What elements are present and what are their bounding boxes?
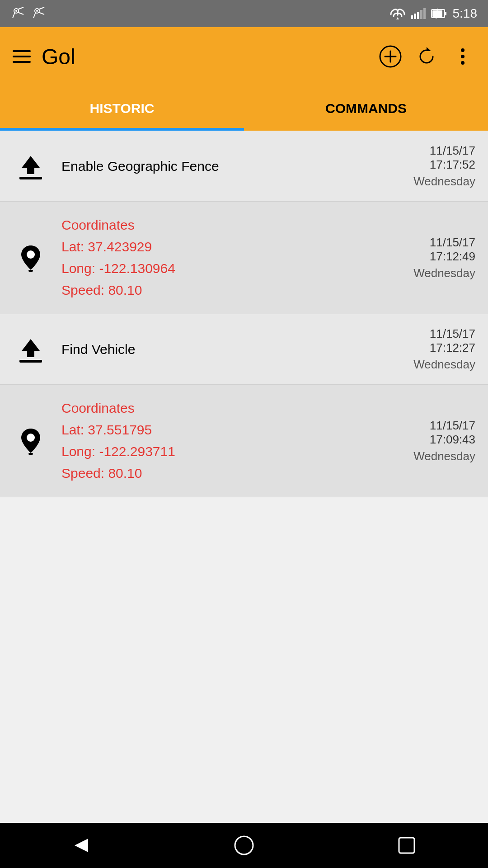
list-item[interactable]: Coordinates Lat: 37.551795 Long: -122.29…	[0, 385, 488, 497]
svg-line-2	[18, 12, 23, 14]
svg-point-23	[27, 250, 35, 259]
satellite-icon-1	[11, 5, 27, 22]
list-item-content: Find Vehicle	[61, 340, 381, 359]
home-button[interactable]	[226, 827, 262, 863]
list-item-date-value: 11/15/17	[430, 327, 475, 341]
status-bar-right: 5:18	[390, 6, 478, 21]
svg-marker-25	[22, 339, 40, 357]
svg-line-8	[33, 12, 36, 18]
svg-rect-11	[445, 12, 446, 15]
list-item-date-value: 11/15/17	[430, 419, 475, 433]
svg-rect-22	[19, 177, 42, 179]
bottom-nav-bar	[0, 823, 488, 868]
empty-area	[0, 597, 488, 823]
list-item-content: Coordinates Lat: 37.423929 Long: -122.13…	[61, 214, 381, 301]
wifi-icon	[390, 7, 405, 20]
svg-marker-21	[22, 156, 40, 174]
list-item-time-value: 17:09:43	[430, 433, 475, 447]
svg-point-19	[461, 55, 465, 58]
location-icon	[13, 425, 49, 457]
svg-rect-26	[19, 360, 42, 363]
list-item-date: 11/15/17 17:17:52 Wednesday	[394, 144, 475, 189]
battery-icon	[431, 8, 447, 19]
list-item[interactable]: Enable Geographic Fence 11/15/17 17:17:5…	[0, 131, 488, 202]
tab-bar: HISTORIC COMMANDS	[0, 86, 488, 131]
list-item[interactable]: Coordinates Lat: 37.423929 Long: -122.13…	[0, 202, 488, 314]
svg-line-1	[18, 7, 23, 9]
list-item-title: Enable Geographic Fence	[61, 157, 381, 176]
app-bar: Gol	[0, 27, 488, 86]
list-item-content: Coordinates Lat: 37.551795 Long: -122.29…	[61, 397, 381, 484]
svg-line-3	[13, 12, 15, 18]
more-button[interactable]	[450, 44, 475, 69]
location-icon	[13, 242, 49, 274]
list-item[interactable]: Find Vehicle 11/15/17 17:12:27 Wednesday	[0, 314, 488, 385]
svg-marker-29	[75, 839, 88, 852]
list-item-time-value: 17:17:52	[430, 158, 475, 172]
list-item-day-value: Wednesday	[413, 449, 475, 463]
list-item-time-value: 17:12:27	[430, 341, 475, 355]
list-item-content: Enable Geographic Fence	[61, 157, 381, 176]
status-bar-left	[11, 5, 48, 22]
list-item-title: Find Vehicle	[61, 340, 381, 359]
satellite-icon-2	[32, 5, 48, 22]
recents-button[interactable]	[389, 827, 425, 863]
list-item-day-value: Wednesday	[413, 358, 475, 372]
tab-commands[interactable]: COMMANDS	[244, 86, 488, 131]
svg-marker-17	[427, 47, 431, 51]
upload-icon	[13, 334, 49, 365]
hamburger-menu-button[interactable]	[13, 50, 31, 63]
svg-point-9	[36, 10, 38, 12]
list-item-time-value: 17:12:49	[430, 250, 475, 264]
svg-point-30	[235, 836, 253, 854]
add-button[interactable]	[378, 44, 403, 69]
status-bar: 5:18	[0, 0, 488, 27]
list-item-date: 11/15/17 17:12:49 Wednesday	[394, 236, 475, 280]
svg-point-20	[461, 61, 465, 65]
svg-line-7	[38, 12, 44, 14]
svg-point-4	[15, 10, 17, 12]
svg-point-18	[461, 48, 465, 52]
history-list: Enable Geographic Fence 11/15/17 17:17:5…	[0, 131, 488, 597]
list-item-day-value: Wednesday	[413, 266, 475, 280]
refresh-button[interactable]	[414, 44, 439, 69]
status-time: 5:18	[453, 6, 478, 21]
svg-point-27	[27, 434, 35, 442]
list-item-date-value: 11/15/17	[430, 236, 475, 250]
app-title: Gol	[42, 44, 367, 69]
list-item-date-value: 11/15/17	[430, 144, 475, 158]
list-item-title-red: Coordinates Lat: 37.551795 Long: -122.29…	[61, 397, 381, 484]
svg-rect-31	[399, 838, 414, 853]
list-item-date: 11/15/17 17:09:43 Wednesday	[394, 419, 475, 463]
signal-icon	[411, 8, 426, 19]
list-item-title-red: Coordinates Lat: 37.423929 Long: -122.13…	[61, 214, 381, 301]
list-item-date: 11/15/17 17:12:27 Wednesday	[394, 327, 475, 372]
tab-historic[interactable]: HISTORIC	[0, 86, 244, 131]
svg-line-6	[38, 7, 44, 9]
svg-rect-28	[28, 453, 33, 455]
upload-icon	[13, 151, 49, 182]
list-item-day-value: Wednesday	[413, 175, 475, 189]
back-button[interactable]	[63, 827, 99, 863]
svg-rect-24	[28, 270, 33, 272]
